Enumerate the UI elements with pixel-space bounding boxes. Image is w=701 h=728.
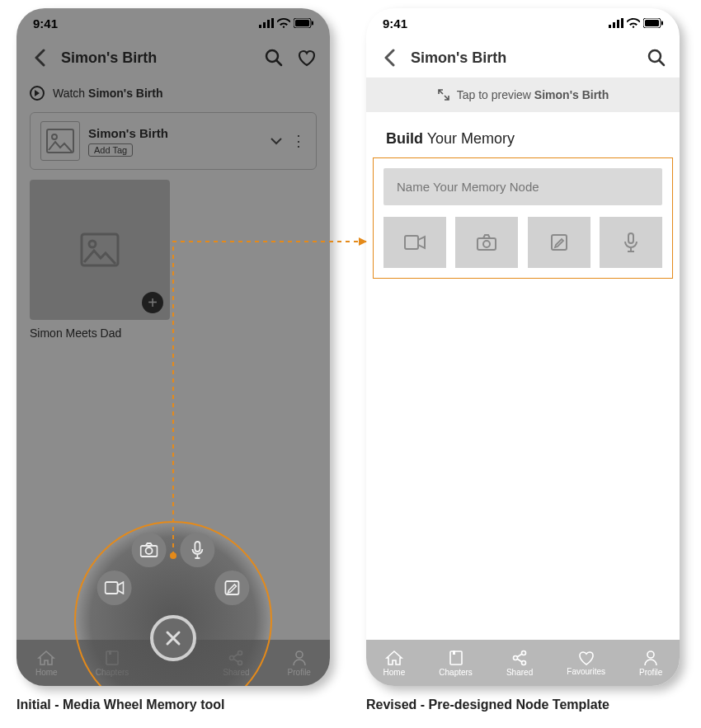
- tab-profile[interactable]: Profile: [639, 650, 662, 677]
- svg-point-39: [483, 241, 490, 247]
- svg-rect-24: [106, 582, 118, 594]
- tab-bar: Home Chapters Shared Favourites Profile: [366, 640, 680, 686]
- heart-icon: [577, 651, 595, 665]
- phone-revised: 9:41 Simon's Birth Tap to: [366, 8, 680, 686]
- media-wheel: [16, 538, 330, 653]
- status-bar: 9:41: [16, 8, 330, 38]
- wheel-close-button[interactable]: [150, 615, 196, 661]
- search-button[interactable]: [262, 46, 285, 69]
- camera-icon: [477, 234, 496, 251]
- phone-initial: 9:41 Simon's Birth: [16, 8, 330, 686]
- home-icon: [385, 650, 403, 666]
- svg-point-22: [146, 547, 153, 554]
- caption-left: Initial - Media Wheel Memory tool: [16, 697, 224, 712]
- chapters-icon: [448, 650, 464, 666]
- svg-rect-3: [271, 18, 274, 28]
- mic-icon: [623, 232, 638, 252]
- kebab-menu[interactable]: ⋮: [291, 134, 306, 148]
- favourite-button[interactable]: [295, 46, 318, 69]
- svg-rect-29: [613, 22, 615, 28]
- svg-rect-33: [645, 20, 659, 26]
- svg-rect-43: [453, 651, 455, 655]
- chevron-down-icon: [270, 137, 283, 145]
- tab-shared[interactable]: Shared: [506, 650, 533, 677]
- memory-name-input[interactable]: [383, 168, 662, 205]
- tab-profile[interactable]: Profile: [288, 650, 311, 677]
- svg-rect-5: [295, 20, 309, 26]
- svg-rect-0: [259, 25, 261, 28]
- app-bar: Simon's Birth: [16, 38, 330, 77]
- wheel-mic-button[interactable]: [180, 533, 214, 567]
- media-mic-button[interactable]: [600, 217, 662, 268]
- video-icon: [105, 581, 125, 594]
- tab-favourites[interactable]: Favourites: [567, 651, 605, 676]
- svg-rect-42: [450, 651, 462, 665]
- svg-line-47: [517, 654, 522, 657]
- profile-icon: [642, 650, 659, 666]
- svg-rect-23: [195, 542, 200, 552]
- media-row: [383, 217, 662, 268]
- media-video-button[interactable]: [383, 217, 446, 268]
- signal-icon: [259, 18, 274, 28]
- svg-line-36: [659, 60, 664, 65]
- svg-point-49: [647, 651, 654, 658]
- build-heading: Build Your Memory: [366, 112, 680, 157]
- node-card[interactable]: Simon's Birth Add Tag ⋮: [30, 112, 317, 170]
- chevron-left-icon: [383, 49, 395, 67]
- thumb-placeholder: [40, 121, 80, 161]
- memory-caption: Simon Meets Dad: [30, 326, 170, 340]
- preview-strip[interactable]: Tap to preview Simon's Birth: [366, 77, 680, 112]
- tab-home[interactable]: Home: [383, 650, 406, 677]
- svg-rect-1: [263, 22, 266, 28]
- tab-label: Home: [35, 668, 58, 677]
- mic-icon: [191, 541, 204, 559]
- memory-tile[interactable]: + Simon Meets Dad: [30, 180, 170, 340]
- search-button[interactable]: [645, 46, 668, 69]
- play-icon: [30, 86, 45, 101]
- battery-icon: [643, 18, 663, 28]
- preview-label: Tap to preview Simon's Birth: [457, 88, 609, 101]
- svg-rect-2: [267, 20, 270, 28]
- back-button[interactable]: [28, 46, 51, 69]
- back-button[interactable]: [378, 46, 401, 69]
- add-tag-chip[interactable]: Add Tag: [88, 143, 133, 157]
- search-icon: [265, 49, 283, 67]
- tab-home[interactable]: Home: [35, 650, 58, 677]
- wheel-video-button[interactable]: [97, 571, 132, 605]
- svg-point-12: [89, 241, 96, 247]
- media-camera-button[interactable]: [455, 217, 518, 268]
- battery-icon: [294, 18, 313, 28]
- wheel-camera-button[interactable]: [132, 533, 167, 567]
- watch-strip[interactable]: Watch Simon's Birth: [16, 77, 330, 109]
- svg-point-10: [52, 134, 57, 139]
- svg-rect-30: [617, 20, 619, 28]
- memory-photo-placeholder: +: [30, 180, 170, 320]
- svg-rect-37: [405, 236, 418, 249]
- status-time: 9:41: [383, 16, 407, 31]
- svg-rect-41: [628, 233, 633, 243]
- add-media-button[interactable]: +: [142, 292, 163, 313]
- image-icon: [80, 232, 120, 267]
- chevron-left-icon: [34, 49, 45, 67]
- tab-label: Chapters: [439, 668, 473, 677]
- caption-right: Revised - Pre-designed Node Template: [366, 697, 609, 712]
- app-bar: Simon's Birth: [366, 38, 680, 77]
- heart-icon: [297, 49, 317, 67]
- edit-icon: [223, 580, 240, 596]
- expand-caret[interactable]: [270, 137, 283, 145]
- signal-icon: [609, 18, 623, 28]
- tab-label: Home: [383, 668, 406, 677]
- svg-rect-31: [621, 18, 623, 28]
- svg-line-48: [517, 659, 522, 662]
- tab-chapters[interactable]: Chapters: [439, 650, 473, 677]
- status-icons: [609, 18, 663, 28]
- status-time: 9:41: [33, 16, 58, 31]
- close-icon: [164, 629, 182, 647]
- media-text-button[interactable]: [528, 217, 590, 268]
- tab-label: Profile: [639, 668, 662, 677]
- wheel-text-button[interactable]: [214, 571, 249, 605]
- tab-label: Shared: [506, 668, 533, 677]
- status-bar: 9:41: [366, 8, 680, 38]
- svg-line-8: [276, 60, 281, 65]
- image-icon: [46, 129, 74, 153]
